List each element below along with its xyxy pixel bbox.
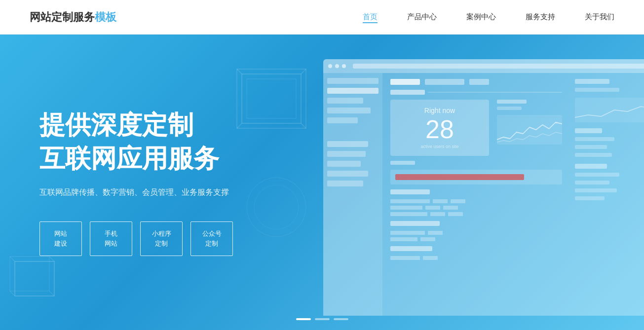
bar-fill [395,174,524,180]
referral-row-3 [390,212,562,216]
desktop-row [390,161,562,165]
dot1 [328,64,332,68]
cell-1b [433,199,448,203]
dot2 [335,64,339,68]
brand-logo[interactable]: 网站定制服务模板 [30,10,116,25]
top-social-title [390,221,440,226]
tab-customization [425,79,464,85]
cell-3c [448,212,463,216]
right-value-7 [575,188,617,192]
referral-row-1 [390,199,562,203]
svg-rect-7 [15,261,54,296]
keyword-row-1 [390,256,562,260]
realtime-number: 28 [399,116,480,142]
indicator-3[interactable] [334,318,348,320]
svg-line-9 [10,257,15,261]
hero-section: 提供深度定制 互联网应用服务 互联网品牌传播、数字营销、会员管理、业务服务支撑 … [0,35,644,330]
dash-main: Right now 28 active users on site [382,73,570,316]
right-value-6 [575,181,609,184]
cell-2c [443,206,458,210]
svg-point-14 [254,185,299,229]
sidebar-row-9 [327,171,368,177]
dash-body: Right now 28 active users on site [323,73,644,316]
sidebar-row-2 [327,88,379,94]
line-chart [497,115,562,145]
svg-line-3 [237,69,242,74]
url-bar [353,64,644,69]
svg-rect-1 [247,79,296,118]
right-value-8 [575,196,605,200]
referral-row-2 [390,206,562,210]
per-hour-label [497,107,522,110]
btn-miniapp[interactable]: 小程序 定制 [140,221,183,256]
top-referrals-title [390,189,430,194]
nav-item-cases[interactable]: 案例中心 [466,12,496,22]
sidebar-spacer [327,127,379,137]
indicator-1[interactable] [296,318,311,320]
dashboard-inner: Right now 28 active users on site [323,59,644,316]
temps-reel-label [390,90,425,95]
cell-3b [430,212,445,216]
right-label-1 [575,79,609,84]
referrals-table [390,199,562,216]
nav-item-products[interactable]: 产品中心 [407,12,437,22]
right-value-3 [575,145,607,149]
social-table [390,231,562,241]
social-row-1 [390,231,562,235]
realtime-box: Right now 28 active users on site [390,100,489,156]
svg-line-5 [301,123,306,128]
sidebar-row-6 [327,141,368,147]
nav-item-about[interactable]: 关于我们 [585,12,614,22]
sidebar-row-10 [327,181,363,186]
svg-line-4 [301,69,306,74]
btn-mobile[interactable]: 手机 网站 [90,221,132,256]
indicator-2[interactable] [315,318,330,320]
right-value-5 [575,173,619,177]
nav-item-home[interactable]: 首页 [363,12,378,22]
right-value-2 [575,137,614,141]
sidebar-row-1 [327,78,379,84]
btn-wechat[interactable]: 公众号 定制 [190,221,233,256]
brand-accent-text: 模板 [95,11,116,23]
right-label-3 [575,164,607,169]
keywords-table [390,256,562,260]
sidebar-row-8 [327,161,361,167]
dash-sidebar [323,73,382,316]
realtime-sub: active users on site [399,144,480,149]
sidebar-row-5 [327,117,358,123]
social-cell-2a [390,237,417,241]
nav-item-support[interactable]: 服务支持 [526,12,555,22]
hero-content: 提供深度定制 互联网应用服务 互联网品牌传播、数字营销、会员管理、业务服务支撑 … [0,109,233,256]
kw-cell-1a [390,256,420,260]
btn-website[interactable]: 网站 建设 [39,221,82,256]
temps-reel-row [390,90,562,95]
social-cell-2b [420,237,435,241]
chart-area [497,100,562,145]
temps-reel-line [428,92,562,93]
right-label-2 [575,128,602,133]
cell-3a [390,212,427,216]
brand-main-text: 网站定制服务 [30,11,95,23]
svg-rect-8 [10,257,49,291]
cell-1c [451,199,465,203]
slide-indicators [296,318,348,320]
navbar: 网站定制服务模板 首页 产品中心 案例中心 服务支持 关于我们 [0,0,644,35]
svg-line-12 [10,291,15,296]
nav-links: 首页 产品中心 案例中心 服务支持 关于我们 [363,12,614,22]
realtime-row: Right now 28 active users on site [390,100,562,156]
dot3 [342,64,346,68]
svg-rect-2 [237,69,306,128]
right-value-1 [575,88,619,92]
tab-misc [469,79,489,85]
dash-tabs [390,79,562,85]
svg-rect-0 [242,74,301,123]
sidebar-row-4 [327,108,371,113]
tab-reporting [390,79,420,85]
dash-toolbar [323,59,644,73]
realtime-label: Right now [399,107,480,114]
dash-right-panel [570,73,644,316]
top-keywords-title [390,246,432,251]
cell-1a [390,199,430,203]
svg-line-11 [49,291,54,296]
right-chart-1 [575,98,644,122]
